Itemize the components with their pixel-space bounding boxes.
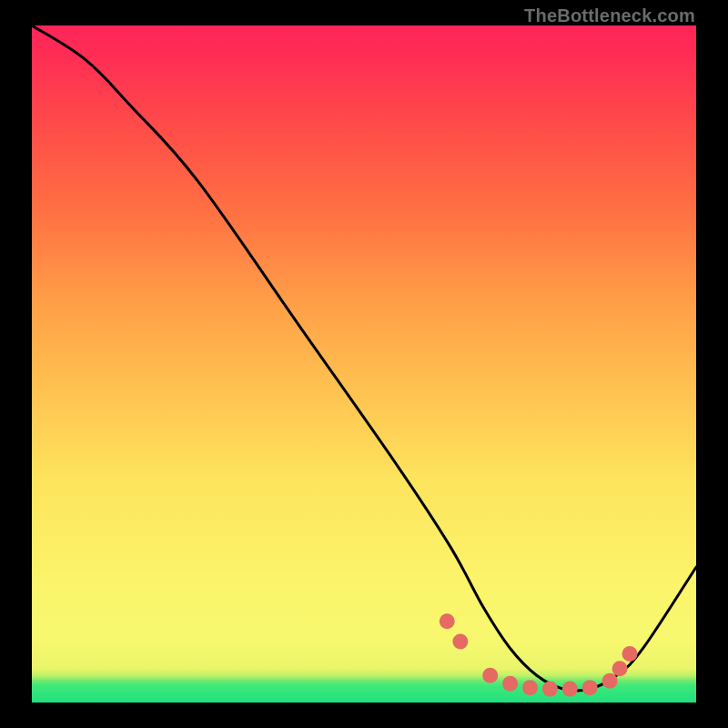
chart-frame: TheBottleneck.com (0, 0, 728, 728)
data-point-marker (482, 668, 498, 683)
data-point-marker (542, 682, 558, 697)
data-point-marker (452, 634, 468, 650)
plot-svg (32, 25, 696, 703)
data-point-marker (562, 682, 578, 697)
data-point-marker (440, 613, 455, 629)
watermark-text: TheBottleneck.com (524, 5, 695, 26)
data-point-marker (582, 680, 598, 695)
data-point-marker (622, 646, 638, 662)
curve-layer (32, 25, 696, 691)
data-point-marker (502, 676, 518, 692)
plot-area (32, 25, 696, 703)
data-point-marker (522, 680, 538, 695)
data-point-marker (602, 673, 618, 689)
data-point-marker (612, 661, 628, 676)
marker-layer (440, 613, 638, 696)
bottleneck-curve (32, 25, 696, 691)
